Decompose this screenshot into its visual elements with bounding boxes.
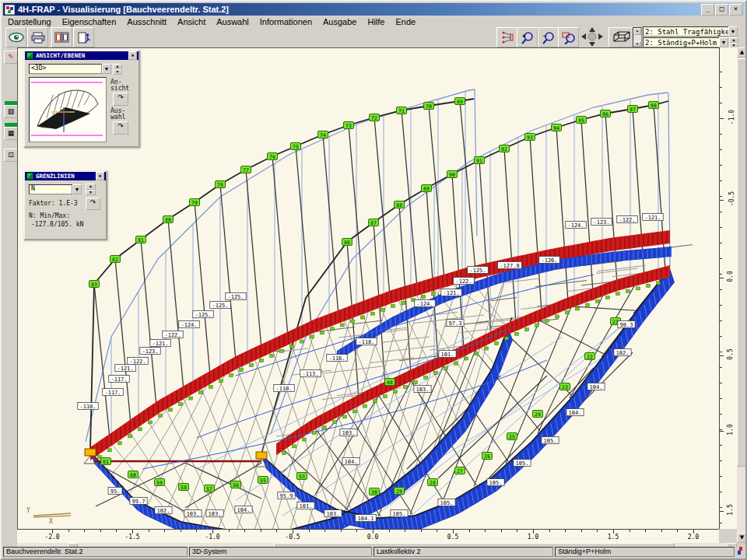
- y-ruler-minor-tick: [720, 289, 722, 290]
- node-number: 73: [345, 123, 352, 129]
- axis-y-label: Y: [26, 507, 30, 514]
- minmax-label: N: Min/Max:: [29, 212, 70, 219]
- x-ruler-label: 2.0: [688, 534, 699, 541]
- ansicht-ebenen-panel[interactable]: ANSICHT/EBENEN ▪ <3D> ▼ ▲▼ An- sicht ↷ A…: [23, 50, 140, 148]
- exit-button[interactable]: [73, 27, 94, 47]
- menu-item-auswahl[interactable]: Auswahl: [216, 17, 249, 26]
- x-ruler-label: -1.5: [124, 534, 139, 541]
- y-ruler-label: 1.0: [727, 424, 734, 435]
- value-label: 105.: [544, 438, 557, 444]
- menu-item-eigenschaften[interactable]: Eigenschaften: [62, 17, 117, 26]
- zoom-in-icon: +: [521, 31, 535, 44]
- deck-badge: [657, 282, 661, 285]
- close-button[interactable]: ×: [729, 4, 742, 16]
- deck-badge: [566, 311, 570, 314]
- view-eye-button[interactable]: [5, 27, 26, 47]
- printer-icon: [31, 32, 45, 44]
- eye-icon: [9, 32, 24, 43]
- ansicht-apply-button[interactable]: ↷: [113, 93, 128, 106]
- grenzlinien-panel-titlebar[interactable]: GRENZLINIEN ▪: [25, 172, 106, 180]
- loadcase-spinner[interactable]: ▲▼: [729, 37, 738, 47]
- component-combo-drop-icon[interactable]: ▼: [72, 184, 82, 194]
- node-number: 61: [103, 459, 109, 465]
- analysis-combo-drop-icon[interactable]: ▼: [728, 26, 738, 37]
- node-number: 82: [112, 257, 118, 263]
- value-label: -118.: [358, 339, 374, 345]
- grenzlinien-panel[interactable]: GRENZLINIEN ▪ N ▼ ▲▼ Faktor: 1.E-3 ↷ N: …: [23, 170, 107, 240]
- deck-badge: [556, 315, 559, 318]
- y-ruler-minor-tick: [720, 243, 722, 243]
- view-combo-drop-icon[interactable]: ▼: [102, 64, 111, 74]
- grenzlinien-panel-close-icon[interactable]: ▪: [96, 172, 104, 180]
- x-ruler-minor-tick: [309, 530, 310, 532]
- y-ruler-minor-tick: [720, 460, 722, 461]
- node-number: 48: [387, 380, 393, 386]
- deck-badge: [293, 445, 296, 448]
- redline-tool-button[interactable]: ✎: [4, 51, 18, 64]
- deck-badge: [381, 308, 385, 311]
- value-label: -116.: [328, 355, 345, 362]
- scroll-down-icon[interactable]: ▼: [737, 533, 747, 543]
- mini-panel-hatch[interactable]: ▨: [4, 105, 18, 118]
- view-combo[interactable]: <3D>: [29, 64, 102, 74]
- y-ruler-minor-tick: [720, 476, 722, 477]
- title-bar[interactable]: 4H-FRAP - Visualisierung [Bauchveerendel…: [3, 3, 744, 16]
- mini-panel-values[interactable]: ⊡: [4, 149, 18, 162]
- component-combo[interactable]: N: [29, 184, 72, 194]
- menu-item-informationen[interactable]: Informationen: [260, 17, 312, 26]
- menu-item-ende[interactable]: Ende: [395, 17, 416, 26]
- node-number: 95: [578, 117, 584, 124]
- value-label: 102.: [157, 508, 170, 514]
- support-badge[interactable]: [256, 452, 267, 459]
- minimize-button[interactable]: _: [701, 4, 714, 16]
- component-spinner[interactable]: ▲▼: [86, 184, 96, 195]
- deck-badge: [149, 421, 153, 424]
- menu-item-hilfe[interactable]: Hilfe: [367, 17, 384, 26]
- node-number: 23: [562, 384, 568, 390]
- auswahl-apply-button[interactable]: ↷: [113, 121, 128, 135]
- value-label: -117.: [104, 390, 121, 396]
- vertical-scrollbar[interactable]: ▲ ▼: [737, 47, 747, 543]
- scroll-up-icon[interactable]: ▲: [737, 47, 747, 58]
- deck-badge: [626, 289, 630, 292]
- pan-control[interactable]: [579, 26, 605, 47]
- vertical-scroll-thumb[interactable]: [737, 58, 747, 467]
- analysis-combo[interactable]: 2: Stahl Tragfähigkeit (Th. 2. O: [643, 26, 738, 37]
- web-diagonal: [237, 338, 297, 530]
- loadcase-combo[interactable]: 2: Ständig+P+Holm: [643, 37, 728, 47]
- value-label: -123.: [142, 348, 158, 355]
- mini-panel-grid[interactable]: ▦: [4, 127, 18, 140]
- view-preview[interactable]: [29, 77, 107, 142]
- zoom-in-button[interactable]: +: [517, 27, 538, 47]
- deck-badge: [576, 307, 580, 310]
- value-label: -118.: [79, 404, 96, 410]
- x-ruler-minor-tick: [84, 530, 85, 532]
- view-3d-button[interactable]: [608, 27, 633, 47]
- menu-item-ansicht[interactable]: Ansicht: [177, 17, 205, 26]
- value-label: 95.9: [280, 493, 293, 499]
- manual-button[interactable]: [51, 27, 72, 47]
- ansicht-panel-titlebar[interactable]: ANSICHT/EBENEN ▪: [25, 51, 139, 60]
- print-button[interactable]: [27, 27, 48, 47]
- view-spinner[interactable]: ▲▼: [113, 64, 122, 74]
- menu-item-darstellung[interactable]: Darstellung: [8, 17, 51, 26]
- deck-badge: [128, 435, 132, 438]
- deck-badge: [250, 364, 254, 367]
- mini-scrollbar[interactable]: ▲ ▼: [633, 27, 642, 47]
- menu-item-ausgabe[interactable]: Ausgabe: [323, 17, 356, 26]
- menu-item-ausschnitt[interactable]: Ausschnitt: [127, 17, 167, 26]
- select-structure-button[interactable]: [496, 27, 517, 47]
- maximize-button[interactable]: □: [715, 4, 728, 16]
- node-number: 96: [602, 111, 608, 117]
- value-label: -122.: [164, 332, 181, 338]
- deck-badge: [303, 438, 307, 441]
- support-badge[interactable]: [85, 449, 96, 456]
- node-number: 72: [371, 115, 377, 121]
- node-number: 59: [156, 480, 163, 486]
- zoom-window-button[interactable]: [558, 27, 579, 47]
- app-icon: [5, 5, 15, 15]
- faktor-apply-button[interactable]: ↷: [86, 198, 100, 210]
- loadcase-combo-drop-icon[interactable]: ▼: [719, 37, 728, 47]
- zoom-out-button[interactable]: −: [538, 27, 559, 47]
- ansicht-panel-close-icon[interactable]: ▪: [128, 51, 137, 60]
